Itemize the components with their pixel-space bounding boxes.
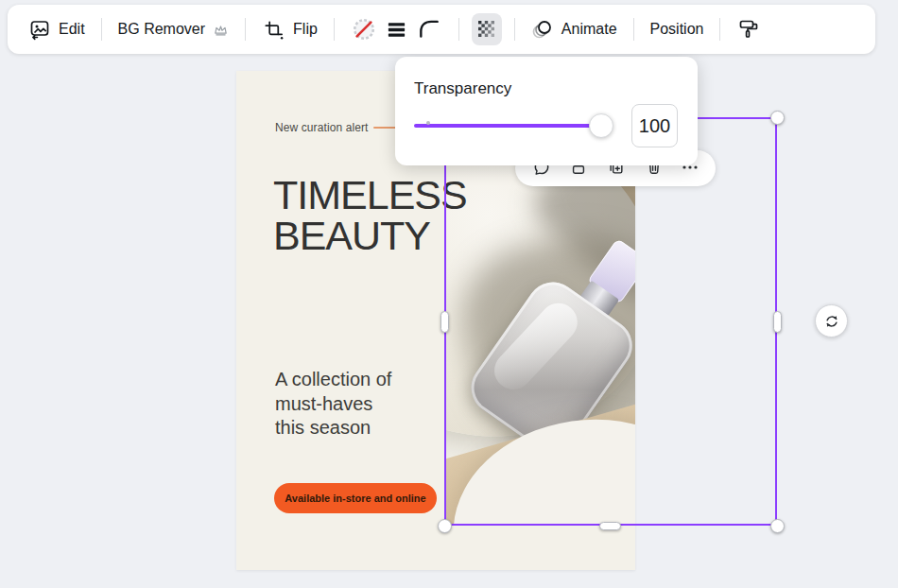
canva-editor: New curation alert TIMELESS BEAUTY A col… (0, 0, 898, 588)
selection-handle-bottom-middle[interactable] (599, 522, 621, 530)
headline-line-2: BEAUTY (273, 216, 467, 256)
cta-button[interactable]: Available in-store and online (274, 483, 437, 513)
selection-handle-right-middle[interactable] (773, 311, 782, 333)
edit-image-icon (28, 18, 51, 41)
divider (719, 18, 720, 41)
crown-pro-icon (213, 22, 229, 38)
rotate-handle[interactable] (815, 304, 848, 337)
divider (514, 18, 515, 41)
border-color-button[interactable] (347, 11, 381, 47)
corner-rounding-button[interactable] (412, 11, 446, 47)
slider-tick (426, 121, 430, 125)
bg-remover-label: BG Remover (118, 21, 205, 38)
animate-button[interactable]: Animate (527, 12, 621, 46)
selection-handle-top-right[interactable] (770, 111, 785, 125)
transparency-title: Transparency (414, 79, 511, 98)
subtext-line-2: must-haves (275, 392, 391, 417)
border-weight-button[interactable] (381, 13, 412, 46)
rotate-icon (823, 313, 840, 330)
selection-handle-left-middle[interactable] (440, 311, 449, 333)
crop-icon (263, 19, 285, 41)
paint-roller-icon (737, 18, 760, 41)
transparency-value-input[interactable] (631, 104, 678, 147)
divider (633, 18, 634, 41)
divider (101, 18, 102, 41)
edit-label: Edit (59, 21, 85, 38)
transparency-slider[interactable] (414, 124, 613, 128)
border-weight-icon (386, 19, 407, 41)
animate-label: Animate (561, 21, 617, 38)
bg-remover-button[interactable]: BG Remover (114, 15, 233, 43)
divider (245, 18, 246, 41)
transparency-button[interactable] (472, 13, 502, 45)
divider (458, 18, 459, 41)
divider (334, 18, 335, 41)
transparency-popup: Transparency (395, 57, 698, 165)
flip-label: Flip (293, 21, 318, 38)
position-label: Position (650, 21, 704, 38)
no-color-icon (352, 17, 376, 42)
headline-line-1: TIMELESS (273, 175, 467, 216)
selection-handle-bottom-right[interactable] (770, 519, 785, 533)
edit-button[interactable]: Edit (25, 12, 89, 46)
top-toolbar: Edit BG Remover Flip (8, 5, 875, 54)
transparency-checkerboard-icon (476, 19, 497, 40)
subtext-line-3: this season (275, 416, 391, 441)
crop-button[interactable] (258, 13, 289, 46)
slider-thumb[interactable] (589, 113, 613, 138)
flip-button[interactable]: Flip (289, 15, 321, 43)
corner-rounding-icon (417, 17, 441, 42)
headline-text[interactable]: TIMELESS BEAUTY (273, 175, 467, 256)
eyebrow-text[interactable]: New curation alert (275, 121, 369, 134)
subtext-line-1: A collection of (275, 368, 391, 392)
animate-icon (531, 18, 554, 41)
position-button[interactable]: Position (647, 15, 708, 43)
copy-style-button[interactable] (733, 12, 765, 46)
subtext[interactable]: A collection of must-haves this season (275, 368, 391, 441)
selection-handle-bottom-left[interactable] (438, 519, 452, 533)
